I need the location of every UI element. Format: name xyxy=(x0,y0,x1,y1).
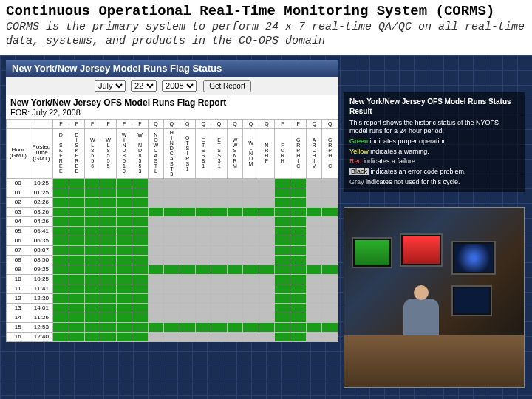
status-cell xyxy=(69,303,84,313)
status-cell xyxy=(180,236,195,245)
status-cell xyxy=(148,255,163,265)
legend-line: Black indicates an error code problem. xyxy=(349,168,519,177)
status-cell xyxy=(53,236,69,245)
status-cell xyxy=(164,313,180,322)
day-select[interactable]: 22 xyxy=(131,80,157,92)
status-cell xyxy=(100,216,116,226)
status-cell xyxy=(132,313,148,322)
status-cell xyxy=(306,245,321,255)
status-cell xyxy=(53,207,69,216)
status-cell xyxy=(322,255,338,265)
status-cell xyxy=(148,332,163,341)
status-cell xyxy=(306,197,321,207)
status-cell xyxy=(211,284,227,293)
status-cell xyxy=(259,207,274,216)
status-cell xyxy=(164,245,180,255)
status-cell xyxy=(227,207,242,216)
time-cell: 14:01 xyxy=(30,303,53,313)
status-cell xyxy=(322,245,338,255)
status-cell xyxy=(116,245,132,255)
status-cell xyxy=(275,284,290,293)
hour-cell: 09 xyxy=(7,265,30,274)
status-cell xyxy=(322,207,338,216)
status-cell xyxy=(290,226,306,236)
status-cell xyxy=(53,216,69,226)
status-cell xyxy=(275,255,290,265)
status-intro: This report shows the historic status of… xyxy=(349,119,519,136)
year-select[interactable]: 2008 xyxy=(162,80,197,92)
status-cell xyxy=(69,313,84,322)
status-cell xyxy=(243,207,259,216)
hour-cell: 10 xyxy=(7,274,30,284)
status-cell xyxy=(322,216,338,226)
status-cell xyxy=(227,274,242,284)
time-cell: 04:26 xyxy=(30,216,53,226)
month-select[interactable]: July xyxy=(95,80,126,92)
status-cell xyxy=(211,265,227,274)
status-title: New York/New Jersey OFS Model Runs Statu… xyxy=(349,97,519,116)
status-cell xyxy=(180,265,195,274)
status-cell xyxy=(290,313,306,322)
status-cell xyxy=(180,332,195,341)
status-cell xyxy=(290,197,306,207)
status-cell xyxy=(290,188,306,197)
status-cell xyxy=(53,313,69,322)
status-cell xyxy=(69,178,84,188)
status-cell xyxy=(53,245,69,255)
status-cell xyxy=(164,197,180,207)
status-cell xyxy=(132,322,148,332)
status-cell xyxy=(306,236,321,245)
status-cell xyxy=(195,207,211,216)
hour-cell: 12 xyxy=(7,293,30,303)
status-cell xyxy=(275,236,290,245)
hour-cell: 07 xyxy=(7,245,30,255)
status-cell xyxy=(69,188,84,197)
status-cell xyxy=(132,255,148,265)
status-cell xyxy=(69,322,84,332)
status-cell xyxy=(259,178,274,188)
status-cell xyxy=(85,197,100,207)
hour-cell: 00 xyxy=(7,178,30,188)
page-title: Continuous Operational Real-Time Monitor… xyxy=(6,3,526,19)
status-cell xyxy=(53,293,69,303)
status-cell xyxy=(164,207,180,216)
status-cell xyxy=(132,284,148,293)
hour-cell: 16 xyxy=(7,332,30,341)
status-cell xyxy=(85,245,100,255)
status-cell xyxy=(148,293,163,303)
time-cell: 06:35 xyxy=(30,236,53,245)
status-cell xyxy=(306,207,321,216)
status-cell xyxy=(259,274,274,284)
status-cell xyxy=(290,274,306,284)
status-cell xyxy=(275,188,290,197)
status-cell xyxy=(132,216,148,226)
get-report-button[interactable]: Get Report xyxy=(203,80,251,92)
status-cell xyxy=(116,216,132,226)
status-cell xyxy=(164,188,180,197)
status-cell xyxy=(259,226,274,236)
status-cell xyxy=(85,332,100,341)
hour-cell: 15 xyxy=(7,322,30,332)
hour-cell: 05 xyxy=(7,226,30,236)
status-cell xyxy=(195,313,211,322)
status-cell xyxy=(306,255,321,265)
status-cell xyxy=(211,188,227,197)
status-cell xyxy=(259,197,274,207)
status-cell xyxy=(243,265,259,274)
legend-line: Gray indicates not used for this cycle. xyxy=(349,178,519,187)
time-cell: 08:50 xyxy=(30,255,53,265)
status-cell xyxy=(148,322,163,332)
status-cell xyxy=(227,332,242,341)
status-cell xyxy=(180,188,195,197)
status-cell xyxy=(322,236,338,245)
status-cell xyxy=(116,236,132,245)
status-cell xyxy=(195,255,211,265)
status-cell xyxy=(53,284,69,293)
status-cell xyxy=(53,197,69,207)
status-cell xyxy=(85,274,100,284)
status-cell xyxy=(132,236,148,245)
hour-cell: 11 xyxy=(7,284,30,293)
status-cell xyxy=(100,332,116,341)
status-cell xyxy=(132,332,148,341)
status-cell xyxy=(259,303,274,313)
